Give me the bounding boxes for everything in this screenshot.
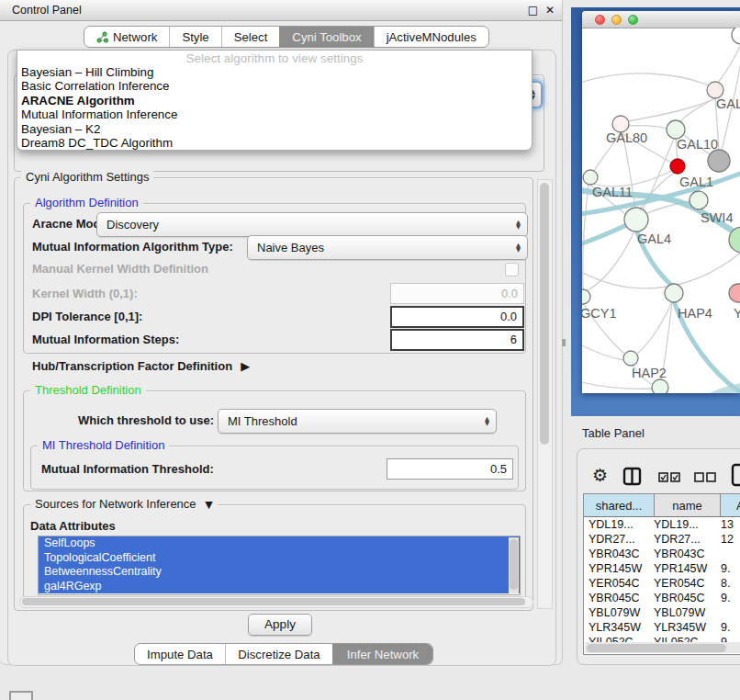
dropdown-item[interactable]: Basic Correlation Inference xyxy=(17,79,532,93)
node-gal11[interactable] xyxy=(583,170,598,185)
node-label: GAL4 xyxy=(637,231,671,246)
combo-arrows-icon: ▲▼ xyxy=(485,416,489,426)
dpi-tolerance-label: DPI Tolerance [0,1]: xyxy=(32,306,142,328)
data-attributes-label: Data Attributes xyxy=(30,519,116,533)
column-header-shared-name[interactable]: shared... xyxy=(584,494,655,516)
network-icon xyxy=(96,31,108,43)
list-scrollbar[interactable] xyxy=(509,537,519,593)
table-row[interactable]: YER054CYER054C8. xyxy=(584,576,740,591)
dropdown-placeholder: Select algorithm to view settings xyxy=(17,51,532,65)
node-gal4[interactable] xyxy=(624,208,648,231)
settings-horizontal-scrollbar[interactable] xyxy=(19,596,533,608)
network-window-titlebar[interactable] xyxy=(582,11,740,28)
mi-type-combobox[interactable]: Naive Bayes ▲▼ xyxy=(247,235,528,260)
node-gal1-selected[interactable] xyxy=(670,159,685,174)
mi-threshold-group-title: MI Threshold Definition xyxy=(38,439,169,452)
kernel-width-field[interactable]: 0.0 xyxy=(390,283,524,304)
float-window-icon[interactable]: □ xyxy=(528,4,538,17)
node-gcy1[interactable] xyxy=(582,289,590,304)
tab-network[interactable]: Network xyxy=(84,27,169,47)
hide-columns-icon[interactable] xyxy=(694,472,716,483)
node-label: GAL1 xyxy=(679,175,713,189)
table-row[interactable]: YDR27...YDR27...12 xyxy=(584,532,740,547)
node-label: SWI4 xyxy=(701,210,733,225)
list-item[interactable]: BetweennessCentrality xyxy=(39,565,520,580)
manual-kernel-checkbox[interactable] xyxy=(505,263,519,277)
aracne-mode-combobox[interactable]: Discovery ▲▼ xyxy=(96,212,528,237)
node-swi4[interactable] xyxy=(690,191,708,209)
network-canvas[interactable]: GAL GAL80 GAL10 GAL1 GAL11 SWI4 GAL4 GCY… xyxy=(582,28,740,393)
minimized-panel-icon[interactable] xyxy=(9,691,33,700)
tab-infer-network[interactable]: Infer Network xyxy=(332,644,432,664)
table-horizontal-scrollbar-thumb[interactable] xyxy=(587,644,726,652)
node-salmon[interactable] xyxy=(729,284,740,302)
node-label: GAL80 xyxy=(606,130,647,145)
combo-arrows-icon: ▲▼ xyxy=(516,243,521,253)
table-horizontal-scrollbar[interactable] xyxy=(585,642,740,653)
data-attributes-list: SelfLoops TopologicalCoefficient Between… xyxy=(38,536,521,595)
tab-impute-data[interactable]: Impute Data xyxy=(135,644,225,664)
dropdown-item[interactable]: Bayesian – Hill Climbing xyxy=(17,65,532,79)
sources-expander[interactable]: Sources for Network Inference ▼ xyxy=(30,498,218,512)
node-hap4[interactable] xyxy=(665,284,683,302)
table-row[interactable]: YBL079WYBL079W xyxy=(584,605,740,620)
tab-cyni-toolbox[interactable]: Cyni Toolbox xyxy=(279,27,373,47)
node-gal10[interactable] xyxy=(667,120,685,139)
list-item[interactable]: gal4RGexp xyxy=(39,580,520,594)
node[interactable] xyxy=(732,28,740,44)
dropdown-item[interactable]: Dream8 DC_TDC Algorithm xyxy=(17,136,532,150)
apply-button[interactable]: Apply xyxy=(248,614,312,636)
gear-icon[interactable]: ⚙ xyxy=(592,465,608,485)
settings-horizontal-scrollbar-thumb[interactable] xyxy=(22,598,525,605)
settings-vertical-scrollbar-thumb[interactable] xyxy=(540,183,549,445)
tab-jactivemnodules[interactable]: jActiveMNodules xyxy=(374,27,488,47)
node-label: GAL10 xyxy=(677,137,718,152)
mi-steps-field[interactable]: 6 xyxy=(390,329,524,351)
control-panel-window: Control Panel □ ✕ Network Style Select C… xyxy=(0,0,563,665)
mi-threshold-label: Mutual Information Threshold: xyxy=(41,458,214,480)
list-item[interactable]: TopologicalCoefficient xyxy=(39,551,520,566)
node[interactable] xyxy=(652,379,668,393)
minimize-traffic-light-icon[interactable] xyxy=(611,15,622,25)
node-label: Y xyxy=(734,306,740,321)
function-builder-icon[interactable] xyxy=(731,463,740,487)
dropdown-item-selected[interactable]: ARACNE Algorithm xyxy=(17,94,532,107)
control-panel-title: Control Panel xyxy=(12,0,82,20)
table-row[interactable]: YLR345WYLR345W9. xyxy=(584,620,740,635)
network-node-labels: GAL GAL80 GAL10 GAL1 GAL11 SWI4 GAL4 GCY… xyxy=(582,96,740,380)
panel-splitter-handle[interactable] xyxy=(562,339,566,346)
mi-steps-label: Mutual Information Steps: xyxy=(32,329,179,351)
column-header-name[interactable]: name xyxy=(655,494,721,516)
column-header-partial[interactable]: A xyxy=(721,494,740,516)
node-hap2[interactable] xyxy=(623,351,638,366)
node-label: HAP2 xyxy=(632,366,667,380)
list-item[interactable]: SelfLoops xyxy=(39,536,520,551)
desktop: { "colors": { "selection_blue": "#3e6ed2… xyxy=(0,0,740,700)
hub-definition-expander[interactable]: Hub/Transcription Factor Definition ▶ xyxy=(32,357,250,374)
list-scrollbar-thumb[interactable] xyxy=(510,539,518,590)
table-row[interactable]: YDL19...YDL19...13 xyxy=(584,517,740,532)
node-label: GCY1 xyxy=(582,306,617,321)
settings-vertical-scrollbar[interactable] xyxy=(537,179,553,609)
cyni-bottom-tabbar: Impute Data Discretize Data Infer Networ… xyxy=(134,643,433,665)
table-row[interactable]: YBR045CYBR045C9. xyxy=(584,591,740,605)
tab-discretize-data[interactable]: Discretize Data xyxy=(225,644,332,664)
zoom-traffic-light-icon[interactable] xyxy=(628,15,638,25)
mi-threshold-field[interactable]: 0.5 xyxy=(387,458,513,480)
show-columns-icon[interactable] xyxy=(658,472,680,483)
node-gray[interactable] xyxy=(708,150,730,172)
table-row[interactable]: YBR043CYBR043C xyxy=(584,547,740,561)
expander-down-icon: ▼ xyxy=(205,499,212,511)
dropdown-item[interactable]: Bayesian – K2 xyxy=(17,122,532,136)
table-row[interactable]: YPR145WYPR145W9. xyxy=(584,561,740,576)
which-threshold-combobox[interactable]: MI Threshold ▲▼ xyxy=(218,409,497,434)
column-layout-icon[interactable] xyxy=(622,467,642,486)
threshold-definition-title: Threshold Definition xyxy=(30,384,146,397)
close-icon[interactable]: ✕ xyxy=(545,4,555,17)
dpi-tolerance-field[interactable]: 0.0 xyxy=(390,306,524,328)
close-traffic-light-icon[interactable] xyxy=(595,15,605,25)
tab-select[interactable]: Select xyxy=(221,27,280,47)
combo-arrows-icon: ▲▼ xyxy=(516,220,521,230)
dropdown-item[interactable]: Mutual Information Inference xyxy=(17,107,532,121)
tab-style[interactable]: Style xyxy=(169,27,220,47)
